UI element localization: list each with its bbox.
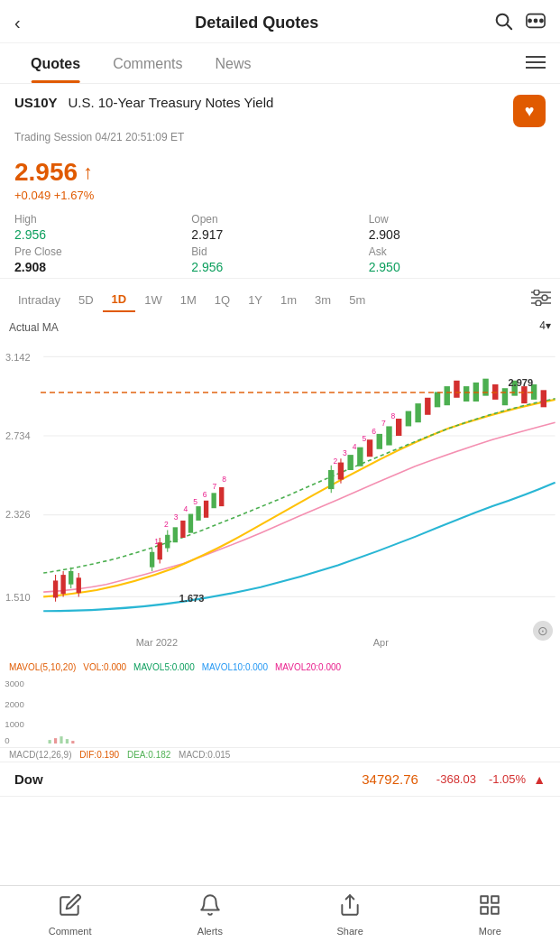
header-icons [493,11,546,35]
svg-point-3 [535,20,537,23]
svg-rect-33 [173,527,178,542]
svg-text:3: 3 [343,448,347,457]
svg-text:1: 1 [154,537,159,546]
volume-chart: 3000 2000 1000 0 [0,676,560,748]
svg-rect-90 [482,896,489,903]
svg-rect-39 [219,487,224,506]
svg-rect-93 [482,907,489,914]
page-title: Detailed Quotes [195,14,318,32]
svg-text:6: 6 [203,490,207,499]
stat-bid: Bid 2.956 [191,245,368,274]
chart-tab-1d[interactable]: 1D [103,288,136,312]
svg-text:3: 3 [174,512,179,522]
open-value: 2.917 [191,227,368,242]
main-chart[interactable]: Actual MA 4▾ 3.142 2.734 2.326 1.510 Mar… [0,316,560,659]
chart-scroll-indicator[interactable]: ⊙ [533,621,553,641]
svg-rect-51 [415,403,420,422]
tab-comments[interactable]: Comments [96,43,198,83]
nav-share[interactable]: Share [318,893,381,937]
nav-more[interactable]: More [458,893,521,937]
svg-rect-88 [71,741,74,743]
tab-news[interactable]: News [198,43,267,83]
svg-text:7: 7 [213,482,217,491]
price-section: 2.956 ↑ +0.049 +1.67% [0,151,560,206]
svg-rect-50 [406,411,411,427]
nav-comment[interactable]: Comment [39,893,102,937]
svg-point-13 [542,295,547,300]
main-tabs: Quotes Comments News [0,43,560,84]
y-label-2734: 2.734 [5,430,31,441]
tab-quotes[interactable]: Quotes [14,43,96,83]
x-label-apr: Apr [373,637,389,648]
chart-tab-1m[interactable]: 1M [171,289,206,311]
svg-rect-47 [377,434,382,449]
favorite-button[interactable]: ♥ [513,95,546,127]
chart-settings-icon[interactable] [531,290,551,310]
svg-rect-62 [521,386,527,403]
price-annotation-1673: 1.673 [179,593,205,604]
nav-alerts[interactable]: Alerts [179,893,242,937]
chart-tabs: Intraday 5D 1D 1W 1M 1Q 1Y 1m 3m 5m [0,278,560,316]
ticker-arrow-icon: ▲ [533,772,546,787]
stats-grid: High 2.956 Open 2.917 Low 2.908 Pre Clos… [0,206,560,278]
trading-session: Trading Session 04/21 20:51:09 ET [14,131,546,143]
chart-tab-intraday[interactable]: Intraday [9,289,69,311]
svg-rect-52 [425,398,430,415]
svg-rect-92 [492,907,500,914]
macd-label: MACD(12,26,9) [9,750,71,760]
mavol5-label: MAVOL5:0.000 [133,662,195,672]
chart-tab-1min[interactable]: 1m [271,289,306,311]
preclose-value: 2.908 [14,260,191,274]
nav-alerts-label: Alerts [197,926,223,937]
dashed-reference-line [41,392,533,393]
pencil-icon [59,893,82,922]
svg-rect-36 [196,506,200,521]
search-icon[interactable] [493,11,513,35]
stat-low: Low 2.908 [369,213,546,242]
svg-rect-54 [445,386,450,405]
svg-rect-35 [188,514,193,533]
chart-tab-1y[interactable]: 1Y [239,289,271,311]
bid-value: 2.956 [191,260,368,274]
bid-label: Bid [191,245,368,258]
svg-text:3000: 3000 [5,679,23,688]
chart-tab-3min[interactable]: 3m [306,289,340,311]
price-annotation-2979: 2.979 [508,377,533,388]
stat-preclose: Pre Close 2.908 [14,245,191,274]
nav-comment-label: Comment [49,926,92,937]
mavol10-label: MAVOL10:0.000 [202,662,268,672]
svg-rect-64 [541,390,546,407]
svg-point-0 [497,14,509,26]
svg-text:4: 4 [353,442,357,451]
svg-rect-85 [54,738,57,743]
ticker-change: -368.03 [436,772,476,786]
svg-text:8: 8 [222,475,226,484]
heart-icon: ♥ [525,102,535,121]
chart-tab-5d[interactable]: 5D [69,289,103,311]
y-label-1510: 1.510 [5,592,31,603]
svg-rect-38 [211,493,216,508]
svg-rect-49 [396,419,401,436]
chart-tab-5min[interactable]: 5m [340,289,374,311]
chart-tab-1w[interactable]: 1W [135,289,171,311]
svg-line-1 [508,25,512,30]
stock-price: 2.956 [14,158,78,187]
back-button[interactable]: ‹ [14,13,21,33]
bottom-ticker: Dow 34792.76 -368.03 -1.05% ▲ [0,762,560,797]
chart-tab-1q[interactable]: 1Q [206,289,239,311]
macd-section: MACD(12,26,9) DIF:0.190 DEA:0.182 MACD:0… [0,748,560,762]
stock-name: U.S. 10-Year Treasury Notes Yield [68,95,273,110]
chart-dropdown[interactable]: 4▾ [539,319,551,332]
high-label: High [14,213,191,226]
ellipsis-icon[interactable] [526,11,546,35]
price-change: +0.049 +1.67% [14,189,546,202]
tab-menu-icon[interactable] [526,53,546,74]
macd-dif: DIF:0.190 [79,750,119,760]
svg-text:5: 5 [363,434,367,443]
chart-actual-ma-label: Actual MA [9,321,59,334]
ticker-name: Dow [14,771,69,787]
stock-symbol: US10Y [14,95,58,110]
svg-rect-34 [180,521,185,538]
high-value: 2.956 [14,227,191,242]
svg-point-14 [536,300,541,306]
